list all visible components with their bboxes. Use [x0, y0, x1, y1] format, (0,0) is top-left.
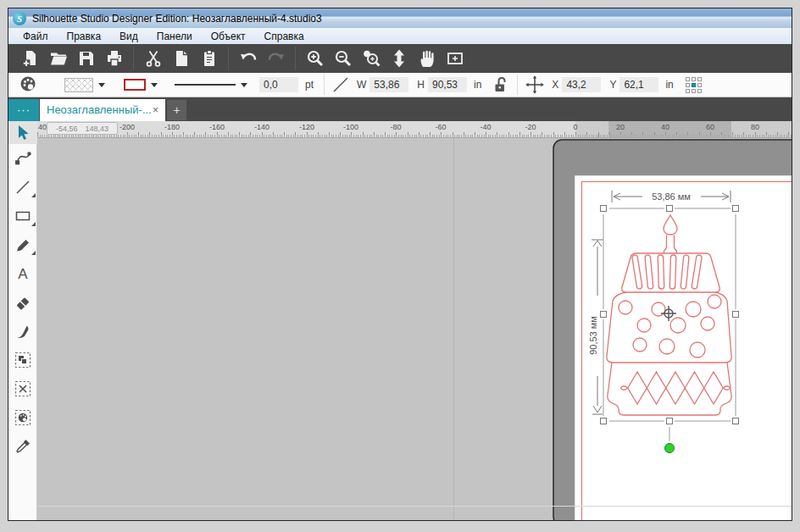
ruler-label: 80 [751, 123, 759, 131]
line-style-preview[interactable] [175, 84, 236, 86]
selection-handle[interactable] [601, 206, 607, 212]
new-tab-button[interactable]: + [167, 100, 186, 120]
line-color-dropdown-arrow-icon[interactable] [151, 83, 158, 91]
tool-text[interactable]: A [8, 259, 37, 288]
tool-eyedropper[interactable] [8, 432, 37, 461]
tool-draw-line[interactable] [8, 173, 37, 202]
position-unit: in [665, 79, 673, 91]
new-document-icon [20, 48, 41, 69]
fit-height-icon [389, 48, 409, 69]
menu-file[interactable]: Файл [14, 28, 58, 44]
size-unit: in [474, 79, 481, 91]
horizontal-ruler: 40 -54,56 148,43 -200 -180 -160 -140 -12… [37, 121, 792, 138]
recolor-palette-icon [14, 408, 32, 427]
fill-pattern-swatch[interactable] [64, 78, 93, 92]
workspace: A 40 -54,56 148,43 -200 -180 -160 -140 -… [8, 121, 792, 520]
height-label: H [417, 79, 425, 91]
selection-handle[interactable] [601, 312, 607, 318]
design-canvas[interactable]: 53,86 мм 90,53 мм [37, 138, 792, 520]
fit-height-button[interactable] [385, 47, 413, 70]
fill-dropdown-arrow-icon[interactable] [98, 83, 105, 91]
select-arrow-icon [14, 124, 32, 142]
selection-handle[interactable] [733, 206, 739, 212]
tab-document[interactable]: Неозаглавленный-... × [40, 99, 165, 121]
title-bar[interactable]: S Silhouette Studio Designer Edition: Не… [8, 8, 792, 28]
rotation-handle[interactable] [665, 444, 675, 453]
width-input[interactable] [369, 77, 408, 92]
toolbar-separator [133, 47, 134, 70]
selection-handle[interactable] [733, 312, 739, 318]
save-icon [76, 48, 97, 69]
copy-button[interactable] [167, 47, 195, 70]
line-thickness-input[interactable] [259, 77, 298, 92]
tool-delete[interactable] [8, 374, 37, 403]
paste-button[interactable] [195, 47, 223, 70]
zoom-out-icon [333, 48, 353, 69]
menu-bar: Файл Правка Вид Панели Объект Справка [8, 28, 792, 44]
zoom-selection-button[interactable] [357, 47, 385, 70]
line-tool-icon [14, 178, 32, 197]
color-palette-button[interactable] [19, 75, 37, 96]
flyout-arrow-icon [31, 251, 36, 255]
selection-handle[interactable] [601, 418, 607, 424]
tool-eraser[interactable] [8, 288, 37, 317]
menu-help[interactable]: Справка [255, 28, 314, 44]
ruler-label: -80 [390, 123, 401, 131]
menu-object[interactable]: Объект [202, 28, 255, 44]
canvas-graphics: 53,86 мм 90,53 мм [37, 138, 792, 520]
tool-recolor[interactable] [8, 403, 37, 432]
lock-aspect-button[interactable] [490, 74, 510, 97]
toolbar-separator [324, 75, 325, 95]
pan-button[interactable] [413, 47, 441, 70]
menu-panels[interactable]: Панели [147, 28, 202, 44]
y-position-input[interactable] [619, 77, 658, 92]
tool-knife[interactable] [8, 317, 37, 346]
undo-button[interactable] [234, 47, 262, 70]
flyout-arrow-icon [31, 193, 36, 197]
selection-handle[interactable] [733, 418, 739, 424]
x-position-label: X [552, 79, 558, 91]
redo-button[interactable] [262, 47, 290, 70]
fit-to-page-button[interactable] [441, 47, 469, 70]
tab-label: Неозаглавленный-... [47, 103, 152, 116]
cut-button[interactable] [139, 47, 167, 70]
eyedropper-icon [14, 437, 32, 456]
pencil-icon [14, 236, 32, 254]
save-button[interactable] [72, 47, 100, 70]
new-document-button[interactable] [16, 47, 44, 70]
height-input[interactable] [428, 77, 467, 92]
line-color-swatch[interactable] [124, 79, 146, 91]
ruler-label: -200 [119, 123, 135, 131]
print-button[interactable] [100, 47, 128, 70]
tool-draw-rectangle[interactable] [8, 202, 37, 230]
duplicate-icon [14, 351, 32, 369]
menu-view[interactable]: Вид [110, 28, 147, 44]
tool-select[interactable] [8, 121, 37, 144]
delete-x-icon [14, 380, 32, 398]
tab-close-icon[interactable]: × [153, 104, 158, 116]
app-window: S Silhouette Studio Designer Edition: Не… [8, 8, 792, 521]
open-button[interactable] [44, 47, 72, 70]
tab-overflow-button[interactable]: ··· [8, 99, 39, 121]
cursor-x-value: -54,56 [56, 125, 78, 133]
tool-draw-freehand[interactable] [8, 230, 37, 259]
tool-palette: A [8, 121, 37, 520]
zoom-out-button[interactable] [329, 47, 357, 70]
line-style-dropdown-arrow-icon[interactable] [241, 83, 247, 91]
redo-icon [265, 48, 287, 69]
zoom-in-button[interactable] [301, 47, 329, 70]
ruler-label: 0 [573, 123, 577, 131]
menu-edit[interactable]: Правка [58, 28, 111, 44]
rectangle-tool-icon [14, 207, 32, 225]
scissors-icon [143, 48, 164, 69]
app-logo-icon: S [13, 12, 26, 25]
x-position-input[interactable] [562, 77, 601, 92]
tool-draw-path[interactable] [8, 144, 37, 173]
anchor-point-selector[interactable] [686, 77, 702, 93]
selection-handle[interactable] [667, 418, 673, 424]
tab-bar: ··· Неозаглавленный-... × + [8, 97, 792, 121]
tool-stamp[interactable] [8, 346, 37, 374]
ruler-label: -100 [343, 123, 358, 131]
selection-handle[interactable] [667, 206, 673, 212]
main-toolbar [8, 44, 792, 73]
